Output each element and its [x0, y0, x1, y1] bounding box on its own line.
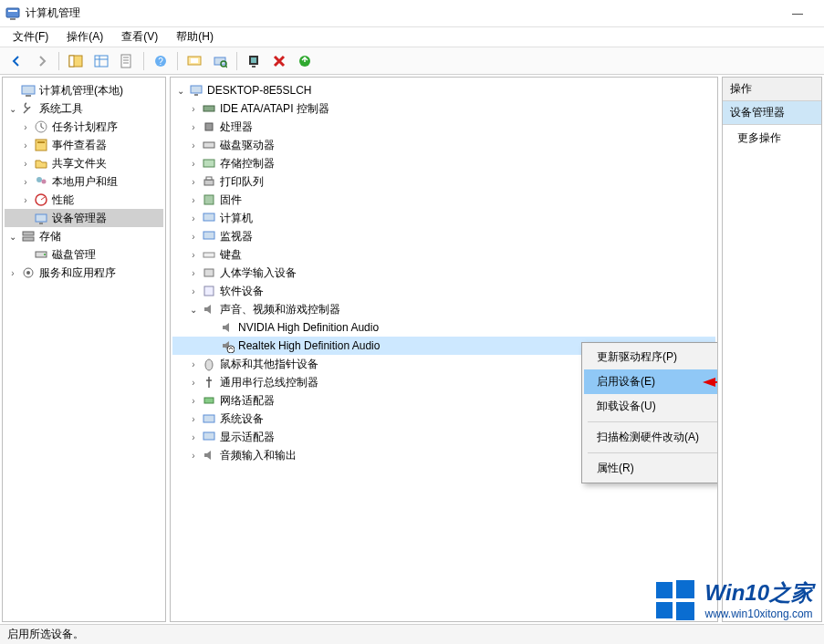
tools-icon — [21, 101, 36, 116]
menu-view[interactable]: 查看(V) — [114, 27, 165, 47]
tb-icon-1[interactable] — [183, 50, 205, 72]
caret-right-icon[interactable]: › — [187, 449, 200, 462]
left-shared-folders[interactable]: › 共享文件夹 — [5, 154, 163, 172]
dev-storage-ctrl[interactable]: ›存储控制器 — [172, 154, 715, 172]
svg-rect-41 — [203, 106, 214, 111]
local-users-label: 本地用户和组 — [52, 174, 118, 190]
properties-button[interactable] — [116, 50, 138, 72]
left-event-viewer[interactable]: › 事件查看器 — [5, 136, 163, 154]
dev-root[interactable]: ⌄ DESKTOP-8E5SLCH — [172, 81, 715, 99]
software-label: 软件设备 — [220, 284, 264, 299]
svg-rect-57 — [203, 432, 214, 440]
left-system-tools[interactable]: ⌄ 系统工具 — [5, 99, 163, 118]
caret-right-icon[interactable]: › — [187, 102, 200, 115]
dev-software-dev[interactable]: ›软件设备 — [172, 282, 715, 300]
caret-right-icon[interactable]: › — [187, 266, 200, 279]
left-services[interactable]: › 服务和应用程序 — [5, 264, 163, 282]
caret-right-icon[interactable]: › — [187, 120, 200, 133]
svg-rect-31 — [36, 214, 47, 222]
left-root[interactable]: 计算机管理(本地) — [5, 81, 163, 99]
scan-hardware-button[interactable] — [209, 50, 231, 72]
left-device-manager[interactable]: 设备管理器 — [5, 209, 163, 227]
caret-right-icon[interactable]: › — [6, 266, 19, 279]
svg-rect-48 — [203, 213, 214, 221]
cm-scan[interactable]: 扫描检测硬件改动(A) — [584, 425, 718, 450]
caret-right-icon[interactable]: › — [187, 376, 200, 389]
dev-hid[interactable]: ›人体学输入设备 — [172, 264, 715, 282]
blank-caret — [19, 248, 32, 261]
caret-right-icon[interactable]: › — [187, 193, 200, 206]
left-disk-mgmt[interactable]: 磁盘管理 — [5, 245, 163, 264]
actions-more[interactable]: 更多操作 — [723, 125, 821, 151]
cm-separator — [588, 452, 718, 453]
dev-cpu[interactable]: ›处理器 — [172, 118, 715, 136]
dev-ide[interactable]: ›IDE ATA/ATAPI 控制器 — [172, 99, 715, 118]
usb-icon — [202, 375, 216, 390]
caret-down-icon[interactable]: ⌄ — [6, 230, 19, 243]
enable-button[interactable] — [294, 50, 316, 72]
left-tree-panel[interactable]: 计算机管理(本地) ⌄ 系统工具 › 任务计划程序 › 事件查看器 › 共享文件… — [2, 77, 166, 622]
cm-enable-device[interactable]: 启用设备(E) — [584, 369, 718, 394]
caret-right-icon[interactable]: › — [187, 431, 200, 443]
cm-uninstall[interactable]: 卸载设备(U) — [584, 394, 718, 419]
svg-rect-27 — [37, 141, 45, 143]
left-local-users[interactable]: › 本地用户和组 — [5, 172, 163, 191]
left-performance[interactable]: › 性能 — [5, 191, 163, 209]
caret-right-icon[interactable]: › — [187, 358, 200, 370]
dev-disk-drives[interactable]: ›磁盘驱动器 — [172, 136, 715, 154]
back-button[interactable] — [5, 50, 27, 72]
dev-firmware[interactable]: ›固件 — [172, 191, 715, 209]
disable-button[interactable] — [268, 50, 290, 72]
menu-help[interactable]: 帮助(H) — [169, 27, 221, 47]
forward-button[interactable] — [31, 50, 53, 72]
caret-down-icon[interactable]: ⌄ — [174, 84, 187, 97]
svg-rect-43 — [203, 142, 214, 148]
show-hide-tree-button[interactable] — [65, 50, 87, 72]
help-button[interactable]: ? — [150, 50, 172, 72]
dev-computer[interactable]: ›计算机 — [172, 209, 715, 227]
caret-right-icon[interactable]: › — [187, 157, 200, 170]
caret-right-icon[interactable]: › — [187, 412, 200, 425]
menu-action[interactable]: 操作(A) — [59, 27, 110, 47]
caret-right-icon[interactable]: › — [187, 139, 200, 151]
svg-rect-47 — [204, 195, 214, 204]
caret-right-icon[interactable]: › — [187, 248, 200, 261]
caret-right-icon[interactable]: › — [187, 285, 200, 297]
caret-right-icon[interactable]: › — [187, 212, 200, 224]
dev-monitors[interactable]: ›监视器 — [172, 227, 715, 245]
view-options-button[interactable] — [90, 50, 112, 72]
dev-sound[interactable]: ⌄声音、视频和游戏控制器 — [172, 300, 715, 318]
minimize-button[interactable]: — — [777, 0, 819, 27]
left-task-scheduler[interactable]: › 任务计划程序 — [5, 118, 163, 136]
statusbar-text: 启用所选设备。 — [7, 627, 84, 642]
tb-device-button[interactable] — [243, 50, 265, 72]
usb-label: 通用串行总线控制器 — [220, 375, 318, 390]
dev-keyboards[interactable]: ›键盘 — [172, 245, 715, 264]
cm-separator — [588, 421, 718, 422]
performance-label: 性能 — [52, 192, 74, 208]
left-root-label: 计算机管理(本地) — [39, 83, 123, 99]
svg-rect-2 — [10, 18, 16, 20]
caret-down-icon[interactable]: ⌄ — [6, 102, 19, 115]
caret-right-icon[interactable]: › — [19, 175, 32, 188]
left-storage[interactable]: ⌄ 存储 — [5, 227, 163, 245]
caret-right-icon[interactable]: › — [187, 394, 200, 407]
caret-right-icon[interactable]: › — [19, 193, 32, 206]
caret-right-icon[interactable]: › — [19, 157, 32, 170]
caret-down-icon[interactable]: ⌄ — [187, 303, 200, 316]
device-tree-panel[interactable]: ⌄ DESKTOP-8E5SLCH ›IDE ATA/ATAPI 控制器 ›处理… — [170, 77, 718, 622]
caret-right-icon[interactable]: › — [187, 175, 200, 188]
caret-right-icon[interactable]: › — [19, 139, 32, 151]
cm-properties[interactable]: 属性(R) — [584, 456, 718, 481]
dev-nvidia-audio[interactable]: NVIDIA High Definition Audio — [172, 318, 715, 337]
actions-section[interactable]: 设备管理器 — [723, 101, 821, 125]
hid-icon — [202, 265, 216, 280]
dev-print-queues[interactable]: ›打印队列 — [172, 172, 715, 191]
svg-rect-15 — [191, 58, 198, 63]
cm-update-driver[interactable]: 更新驱动程序(P) — [584, 345, 718, 369]
context-menu: 更新驱动程序(P) 启用设备(E) 卸载设备(U) 扫描检测硬件改动(A) 属性… — [581, 342, 718, 483]
menu-file[interactable]: 文件(F) — [5, 27, 56, 47]
caret-right-icon[interactable]: › — [187, 230, 200, 243]
pc-icon — [189, 83, 203, 98]
caret-right-icon[interactable]: › — [19, 120, 32, 133]
